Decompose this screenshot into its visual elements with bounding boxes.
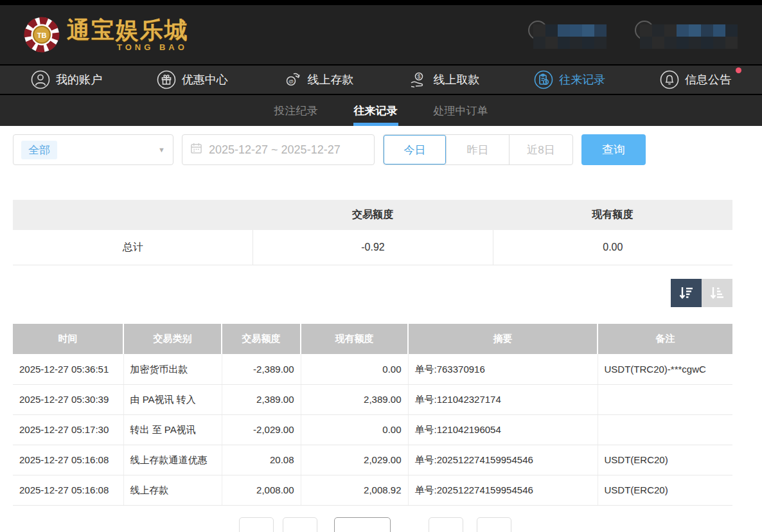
quick-btn-today[interactable]: 今日 [384,135,447,164]
cell-time: 2025-12-27 05:36:51 [13,354,123,384]
cell-amount: -2,029.00 [222,414,301,445]
nav-item-transaction-records[interactable]: 往来记录 [534,70,605,89]
cell-summary: 单号:202512274159954546 [408,445,598,475]
cell-time: 2025-12-27 05:17:30 [13,414,123,445]
table-row: 2025-12-27 05:36:51 加密货币出款 -2,389.00 0.0… [13,354,732,384]
bell-icon [660,70,679,89]
svg-text:$: $ [418,73,421,80]
cell-type: 线上存款 [123,475,222,505]
notification-dot [736,67,741,73]
nav-label: 往来记录 [559,72,605,87]
cell-remark: USDT(TRC20)-***cgwC [598,354,732,384]
cell-type: 由 PA视讯 转入 [123,384,222,414]
quick-btn-last-8-days[interactable]: 近8日 [509,135,572,164]
nav-item-promotions[interactable]: 优惠中心 [157,70,228,89]
sort-descending-button[interactable] [671,279,702,307]
summary-balance-total: 0.00 [493,230,732,265]
col-header-summary: 摘要 [408,324,598,354]
withdraw-icon: $ [408,70,427,89]
cell-balance: 0.00 [301,414,408,445]
query-button[interactable]: 查询 [581,134,646,165]
svg-text:@: @ [288,78,294,84]
summary-total-label: 总计 [13,230,253,265]
user-info-blurred-1 [528,21,608,49]
cell-time: 2025-12-27 05:30:39 [13,384,123,414]
pagination-button[interactable] [334,517,391,532]
site-header: TB 通宝娱乐城 TONG BAO [0,5,762,64]
sort-ascending-icon [708,284,726,302]
cell-remark: USDT(ERC20) [598,445,732,475]
brand-latin-name: TONG BAO [117,43,189,51]
cell-amount: -2,389.00 [222,354,301,384]
cell-summary: 单号:763370916 [408,354,598,384]
nav-item-my-account[interactable]: 我的账户 [31,70,102,89]
nav-label: 线上存款 [308,72,354,87]
table-header-row: 时间 交易类别 交易额度 现有额度 摘要 备注 [13,324,732,354]
sort-descending-icon [677,284,695,302]
user-info-blurred-2 [635,21,739,49]
table-row: 2025-12-27 05:17:30 转出 至 PA视讯 -2,029.00 … [13,414,732,445]
record-tabs: 投注纪录 往来记录 处理中订单 [0,95,762,126]
col-header-type: 交易类别 [123,324,222,354]
col-header-balance: 现有额度 [301,324,408,354]
cell-type: 加密货币出款 [123,354,222,384]
date-range-value: 2025-12-27 ~ 2025-12-27 [209,143,341,157]
cell-time: 2025-12-27 05:16:08 [13,475,123,505]
brand-logo[interactable]: TB 通宝娱乐城 TONG BAO [23,16,189,53]
cell-summary: 单号:202512274159954546 [408,475,598,505]
summary-transaction-total: -0.92 [253,230,492,265]
pagination-button[interactable] [239,517,274,532]
summary-header-transaction: 交易额度 [253,208,492,222]
cell-remark [598,384,732,414]
cell-balance: 0.00 [301,354,408,384]
chevron-down-icon: ▼ [158,146,165,154]
brand-name: 通宝娱乐城 [67,19,189,42]
user-icon [31,70,50,89]
quick-btn-yesterday[interactable]: 昨日 [447,135,509,164]
summary-total-row: 总计 -0.92 0.00 [13,230,732,265]
col-header-time: 时间 [13,324,123,354]
cell-remark [598,414,732,445]
user-info-area [528,21,739,49]
pagination-button[interactable] [429,517,463,532]
sort-controls [13,279,732,307]
table-row: 2025-12-27 05:16:08 线上存款 2,008.00 2,008.… [13,475,732,505]
poker-chip-logo-icon: TB [23,16,60,53]
pagination-button[interactable] [283,517,317,532]
table-row: 2025-12-27 05:30:39 由 PA视讯 转入 2,389.00 2… [13,384,732,414]
date-range-input[interactable]: 2025-12-27 ~ 2025-12-27 [182,134,375,165]
cell-balance: 2,389.00 [301,384,408,414]
nav-item-withdraw[interactable]: $ 线上取款 [408,70,479,89]
top-strip [0,0,762,5]
nav-label: 信息公告 [685,72,731,87]
primary-nav: 我的账户 优惠中心 @ 线上存款 $ [0,64,762,95]
cell-balance: 2,029.00 [301,445,408,475]
tab-pending-orders[interactable]: 处理中订单 [431,95,491,126]
cell-summary: 单号:121042327174 [408,384,598,414]
filter-bar: 全部 ▼ 2025-12-27 ~ 2025-12-27 今日 昨日 近8日 查… [13,134,749,165]
selected-category-tag[interactable]: 全部 [21,141,57,159]
calendar-icon [190,142,202,157]
cell-amount: 2,389.00 [222,384,301,414]
summary-header-balance: 现有额度 [493,208,732,222]
cell-summary: 单号:121042196054 [408,414,598,445]
deposit-icon: @ [283,70,302,89]
nav-label: 优惠中心 [182,72,228,87]
category-select[interactable]: 全部 ▼ [13,134,173,165]
col-header-remark: 备注 [598,324,732,354]
records-icon [534,70,553,89]
tab-betting-records[interactable]: 投注纪录 [272,95,321,126]
summary-table: 交易额度 现有额度 总计 -0.92 0.00 [13,200,732,265]
table-row: 2025-12-27 05:16:08 线上存款通道优惠 20.08 2,029… [13,445,732,475]
nav-item-deposit[interactable]: @ 线上存款 [283,70,354,89]
pagination-button[interactable] [477,517,511,532]
tab-label: 往来记录 [354,103,398,118]
cell-time: 2025-12-27 05:16:08 [13,445,123,475]
nav-label: 我的账户 [56,72,102,87]
sort-ascending-button[interactable] [702,279,732,307]
cell-remark: USDT(ERC20) [598,475,732,505]
col-header-amount: 交易额度 [222,324,301,354]
nav-item-announcements[interactable]: 信息公告 [660,70,731,89]
quick-date-group: 今日 昨日 近8日 [383,134,573,165]
tab-transaction-records[interactable]: 往来记录 [351,95,400,126]
